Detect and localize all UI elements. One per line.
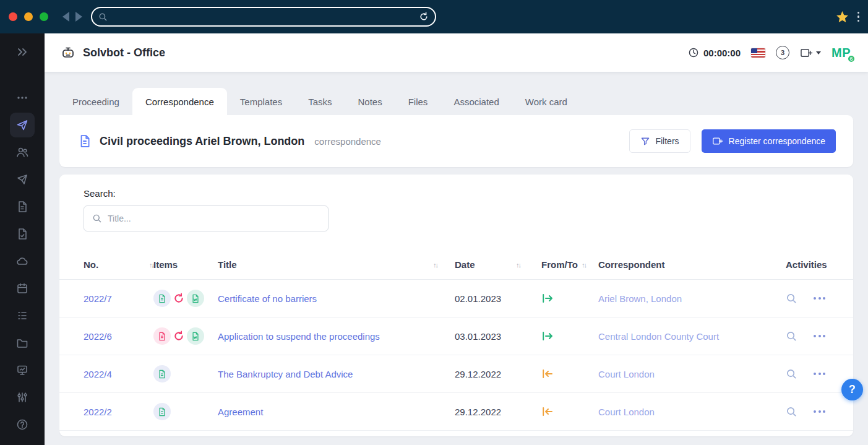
browser-forward-button[interactable]: [75, 12, 82, 22]
filters-button[interactable]: Filters: [629, 129, 690, 153]
row-date: 29.12.2022: [455, 407, 541, 417]
tab-associated[interactable]: Associated: [440, 88, 512, 115]
col-title: Title: [218, 259, 237, 270]
outgoing-icon: [541, 330, 598, 342]
case-header-card: Civil proceedings Ariel Brown, London co…: [59, 115, 853, 167]
robot-logo-icon: [61, 45, 75, 60]
more-menu-icon[interactable]: [10, 85, 35, 110]
sidebar-item-tasks[interactable]: [10, 303, 35, 328]
row-correspondent-link[interactable]: Court London: [598, 369, 655, 379]
tab-work-card[interactable]: Work card: [512, 88, 580, 115]
maximize-window-button[interactable]: [40, 12, 48, 21]
row-date: 03.01.2023: [455, 331, 541, 342]
row-correspondent-link[interactable]: Court London: [598, 407, 655, 417]
col-correspondent: Correspondent: [598, 259, 665, 270]
reload-icon[interactable]: [419, 12, 429, 22]
app-header: Solvbot - Office 00:00:00 3 MP 6: [45, 33, 868, 72]
preview-icon[interactable]: [786, 293, 797, 305]
row-menu-icon[interactable]: [814, 332, 825, 340]
search-input[interactable]: [108, 214, 320, 223]
row-number-link[interactable]: 2022/4: [84, 369, 112, 379]
word-file-icon[interactable]: [187, 290, 204, 307]
browser-topbar: [0, 0, 868, 33]
sort-icon[interactable]: ↑↓: [516, 261, 520, 269]
tab-notes[interactable]: Notes: [345, 88, 395, 115]
work-timer[interactable]: 00:00:00: [688, 47, 741, 58]
bookmark-star-icon[interactable]: [836, 11, 849, 24]
table-row: 2022/6 Application to suspend the procee…: [59, 318, 853, 355]
preview-icon[interactable]: [786, 331, 797, 342]
correspondence-card: Search: No. ↑↓ Items Title ↑↓: [59, 175, 853, 436]
sort-icon[interactable]: ↑↓: [149, 261, 153, 269]
preview-icon[interactable]: [786, 368, 797, 380]
row-number-link[interactable]: 2022/7: [84, 293, 112, 304]
preview-icon[interactable]: [786, 406, 797, 418]
sidebar-item-proceedings[interactable]: [10, 113, 35, 137]
tab-tasks[interactable]: Tasks: [295, 88, 345, 115]
search-icon: [98, 12, 108, 22]
sidebar-item-clients[interactable]: [10, 140, 35, 165]
table-row: 2022/2 Agreement 29.12.2022 Court London: [59, 393, 853, 431]
tab-proceeding[interactable]: Proceeding: [59, 88, 132, 115]
sidebar-item-folder[interactable]: [10, 331, 35, 355]
row-title-link[interactable]: Agreement: [218, 407, 263, 417]
sort-icon[interactable]: ↑↓: [433, 261, 437, 269]
col-items: Items: [153, 259, 178, 270]
row-number-link[interactable]: 2022/2: [84, 407, 112, 417]
document-file-icon[interactable]: [153, 403, 171, 420]
col-activities: Activities: [786, 259, 827, 270]
row-correspondent-link[interactable]: Central London County Court: [598, 331, 719, 342]
timer-value: 00:00:00: [703, 48, 741, 58]
tab-correspondence[interactable]: Correspondence: [132, 88, 227, 115]
resend-icon[interactable]: [170, 327, 187, 345]
register-label: Register correspondence: [729, 136, 825, 146]
filter-funnel-icon: [640, 136, 650, 146]
row-menu-icon[interactable]: [814, 408, 825, 415]
sort-icon[interactable]: ↑↓: [582, 261, 586, 269]
table-row: 2022/4 The Bankruptcy and Debt Advice 29…: [59, 355, 853, 393]
sidebar-item-documents[interactable]: [10, 194, 35, 219]
row-correspondent-link[interactable]: Ariel Brown, London: [598, 293, 682, 304]
row-menu-icon[interactable]: [814, 370, 825, 378]
minimize-window-button[interactable]: [24, 12, 33, 21]
row-number-link[interactable]: 2022/6: [84, 331, 112, 342]
new-window-button[interactable]: [800, 47, 821, 59]
browser-address-bar[interactable]: [91, 7, 436, 27]
clock-icon: [688, 47, 699, 58]
register-correspondence-button[interactable]: Register correspondence: [702, 129, 836, 153]
search-icon: [92, 214, 102, 223]
help-button[interactable]: ?: [841, 379, 863, 400]
chevron-down-icon: [816, 51, 821, 54]
avatar[interactable]: MP 6: [831, 46, 854, 60]
document-file-icon[interactable]: [153, 365, 171, 382]
row-title-link[interactable]: Certificate of no barriers: [218, 293, 317, 304]
col-no: No.: [84, 259, 98, 270]
sidebar-item-calendar[interactable]: [10, 276, 35, 301]
counter-circle-icon[interactable]: 3: [776, 46, 789, 59]
sidebar-item-cloud[interactable]: [10, 249, 35, 274]
row-menu-icon[interactable]: [814, 295, 825, 302]
col-fromto: From/To: [541, 259, 578, 270]
close-window-button[interactable]: [9, 12, 17, 21]
browser-address-input[interactable]: [113, 12, 414, 22]
browser-back-button[interactable]: [62, 12, 69, 22]
document-file-icon[interactable]: [153, 290, 171, 307]
resend-icon[interactable]: [170, 290, 187, 307]
language-flag-icon[interactable]: [751, 48, 765, 58]
sidebar-item-help[interactable]: [10, 412, 35, 437]
document-icon: [78, 134, 92, 148]
browser-menu-icon[interactable]: [856, 11, 861, 24]
sidebar-item-forms[interactable]: [10, 222, 35, 246]
row-title-link[interactable]: Application to suspend the proceedings: [218, 331, 380, 342]
word-file-icon[interactable]: [187, 327, 204, 345]
expand-sidebar-icon[interactable]: [10, 40, 35, 64]
sidebar-item-reports[interactable]: [10, 358, 35, 382]
pdf-file-icon[interactable]: [153, 327, 171, 345]
tab-files[interactable]: Files: [395, 88, 441, 115]
sidebar-item-send[interactable]: [10, 167, 35, 192]
tab-templates[interactable]: Templates: [227, 88, 295, 115]
row-title-link[interactable]: The Bankruptcy and Debt Advice: [218, 369, 353, 379]
sidebar-item-settings[interactable]: [10, 385, 35, 410]
search-field[interactable]: [84, 205, 329, 231]
page-title: Civil proceedings Ariel Brown, London: [100, 135, 304, 148]
